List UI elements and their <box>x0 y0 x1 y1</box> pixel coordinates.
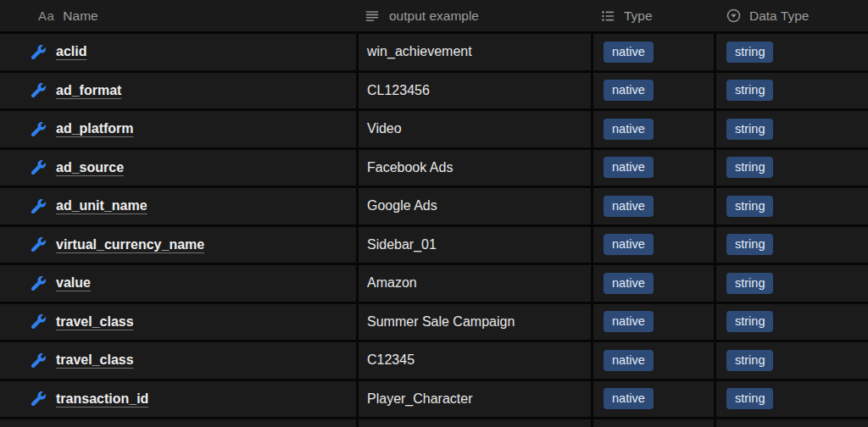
field-name-link[interactable]: virtual_currency_name <box>56 237 204 252</box>
name-cell[interactable]: ad_source <box>0 150 356 186</box>
table-row-partial <box>0 419 868 427</box>
data-type-cell[interactable]: string <box>716 381 868 418</box>
data-type-badge[interactable]: string <box>726 42 773 63</box>
data-type-badge[interactable]: string <box>726 273 773 294</box>
data-type-badge[interactable]: string <box>726 311 773 332</box>
table-row: travel_class Summer Sale Campaign native… <box>0 304 868 341</box>
type-cell[interactable]: native <box>593 342 714 379</box>
table-row: ad_format CL123456 native string <box>0 73 868 109</box>
data-type-cell[interactable]: string <box>716 73 868 109</box>
name-cell[interactable]: transaction_id <box>0 381 356 418</box>
output-example-text: Google Ads <box>367 198 437 214</box>
name-cell[interactable]: travel_class <box>0 342 356 379</box>
data-type-badge[interactable]: string <box>726 350 773 371</box>
data-type-cell[interactable]: string <box>716 227 868 263</box>
field-name-link[interactable]: travel_class <box>56 314 134 330</box>
title-Aa-icon: Aa <box>38 8 54 23</box>
output-example-text: Player_Character <box>367 391 473 407</box>
data-type-cell[interactable]: string <box>716 150 868 186</box>
data-type-cell[interactable]: string <box>716 111 868 147</box>
type-badge[interactable]: native <box>604 157 654 178</box>
output-example-cell[interactable]: Amazon <box>359 265 591 302</box>
type-cell[interactable]: native <box>593 150 714 186</box>
table-cell[interactable] <box>0 419 356 427</box>
wrench-icon <box>31 391 46 406</box>
column-header-label: Type <box>624 8 653 24</box>
type-cell[interactable]: native <box>593 304 714 341</box>
column-header-label: output example <box>389 8 479 24</box>
data-type-badge[interactable]: string <box>726 234 773 255</box>
table-cell[interactable] <box>593 419 714 427</box>
column-header-label: Name <box>63 8 97 24</box>
output-example-cell[interactable]: CL123456 <box>359 73 591 109</box>
type-cell[interactable]: native <box>593 73 714 109</box>
type-cell[interactable]: native <box>593 188 714 225</box>
output-example-cell[interactable]: Facebook Ads <box>359 150 591 186</box>
output-example-cell[interactable]: Summer Sale Campaign <box>359 304 591 341</box>
table-row: transaction_id Player_Character native s… <box>0 381 868 418</box>
name-cell[interactable]: aclid <box>0 34 356 70</box>
data-type-cell[interactable]: string <box>716 265 868 302</box>
type-badge[interactable]: native <box>604 42 654 63</box>
type-badge[interactable]: native <box>604 350 654 371</box>
table-cell[interactable] <box>359 419 591 427</box>
output-example-cell[interactable]: win_achievement <box>359 34 591 70</box>
output-example-cell[interactable]: Sidebar_01 <box>359 227 591 263</box>
field-name-link[interactable]: ad_platform <box>56 121 134 136</box>
type-badge[interactable]: native <box>604 273 654 294</box>
name-cell[interactable]: ad_unit_name <box>0 188 356 225</box>
output-example-cell[interactable]: Google Ads <box>359 188 591 225</box>
type-cell[interactable]: native <box>593 111 714 147</box>
data-type-cell[interactable]: string <box>716 342 868 379</box>
data-type-cell[interactable]: string <box>716 304 868 341</box>
name-cell[interactable]: virtual_currency_name <box>0 227 356 263</box>
data-type-badge[interactable]: string <box>726 119 773 140</box>
type-badge[interactable]: native <box>604 234 654 255</box>
type-badge[interactable]: native <box>604 80 654 101</box>
output-example-cell[interactable]: Player_Character <box>359 381 591 418</box>
type-cell[interactable]: native <box>593 381 714 418</box>
table-cell[interactable] <box>716 419 868 427</box>
name-cell[interactable]: ad_platform <box>0 111 356 147</box>
data-type-badge[interactable]: string <box>726 388 773 409</box>
field-name-link[interactable]: travel_class <box>56 352 134 368</box>
name-cell[interactable]: value <box>0 265 356 302</box>
table-header: Aa Name output example <box>0 0 868 31</box>
type-badge[interactable]: native <box>604 388 654 409</box>
table-row: travel_class C12345 native string <box>0 342 868 379</box>
wrench-icon <box>31 237 46 252</box>
wrench-icon <box>31 122 46 136</box>
name-cell[interactable]: travel_class <box>0 304 356 341</box>
name-cell[interactable]: ad_format <box>0 73 356 109</box>
column-header-data-type[interactable]: Data Type <box>716 0 868 31</box>
output-example-cell[interactable]: C12345 <box>359 342 591 379</box>
wrench-icon <box>31 83 46 97</box>
data-type-badge[interactable]: string <box>726 157 773 178</box>
bulleted-list-icon <box>601 9 615 23</box>
data-type-badge[interactable]: string <box>726 196 773 217</box>
field-name-link[interactable]: ad_format <box>56 83 121 98</box>
type-badge[interactable]: native <box>604 119 654 140</box>
field-name-link[interactable]: ad_unit_name <box>56 198 147 214</box>
data-type-cell[interactable]: string <box>716 188 868 225</box>
column-header-name[interactable]: Aa Name <box>0 0 356 31</box>
column-header-type[interactable]: Type <box>593 0 714 31</box>
wrench-icon <box>31 45 46 59</box>
field-name-link[interactable]: transaction_id <box>56 391 148 407</box>
type-cell[interactable]: native <box>593 227 714 263</box>
type-cell[interactable]: native <box>593 265 714 302</box>
field-name-link[interactable]: value <box>56 275 91 291</box>
table-row: aclid win_achievement native string <box>0 34 868 70</box>
type-badge[interactable]: native <box>604 196 654 217</box>
output-example-cell[interactable]: Video <box>359 111 591 147</box>
field-name-link[interactable]: aclid <box>56 44 86 59</box>
type-badge[interactable]: native <box>604 311 654 332</box>
field-name-link[interactable]: ad_source <box>56 160 124 175</box>
type-cell[interactable]: native <box>593 34 714 70</box>
output-example-text: Sidebar_01 <box>367 237 437 252</box>
column-header-output-example[interactable]: output example <box>359 0 591 31</box>
wrench-icon <box>31 276 46 291</box>
data-type-cell[interactable]: string <box>716 34 868 70</box>
data-type-badge[interactable]: string <box>726 80 773 101</box>
output-example-text: Video <box>367 121 402 136</box>
